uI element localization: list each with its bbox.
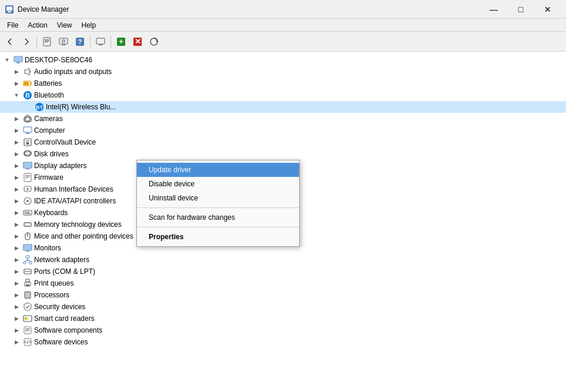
- tree-cameras[interactable]: ▶ Cameras: [0, 113, 566, 125]
- svg-line-80: [28, 260, 31, 262]
- svg-rect-48: [25, 176, 30, 177]
- svg-point-83: [27, 271, 28, 272]
- maximize-button[interactable]: □: [507, 0, 534, 19]
- svg-point-71: [27, 234, 28, 236]
- context-separator-1: [137, 207, 299, 208]
- tree-audio[interactable]: ▶ Audio inputs and outputs: [0, 66, 566, 78]
- print-expand-icon[interactable]: ▶: [12, 279, 21, 288]
- cameras-expand-icon[interactable]: ▶: [12, 114, 21, 123]
- hid-expand-icon[interactable]: ▶: [12, 185, 21, 194]
- network-expand-icon[interactable]: ▶: [12, 255, 21, 264]
- monitors-label: Monitors: [34, 244, 61, 252]
- svg-rect-75: [26, 256, 29, 258]
- intel-bt-label: Intel(R) Wireless Blu...: [46, 103, 116, 111]
- toolbar-add-device-button[interactable]: +: [113, 34, 129, 49]
- svg-point-82: [25, 271, 26, 272]
- svg-rect-52: [26, 190, 29, 190]
- memory-icon: [23, 220, 32, 229]
- batteries-expand-icon[interactable]: ▶: [12, 79, 21, 88]
- menu-help[interactable]: Help: [77, 20, 101, 31]
- tree-computer[interactable]: ▶ Computer: [0, 125, 566, 136]
- ide-icon: [23, 196, 32, 206]
- menu-file[interactable]: File: [2, 20, 23, 31]
- intel-bt-icon: BT: [35, 102, 44, 112]
- svg-rect-55: [24, 210, 32, 215]
- cameras-label: Cameras: [34, 115, 63, 123]
- tree-view[interactable]: ▼ DESKTOP-SE8OC46 ▶ Audio inputs and out…: [0, 52, 566, 392]
- keyboards-expand-icon[interactable]: ▶: [12, 208, 21, 217]
- tree-softcomp[interactable]: ▶ Software components: [0, 324, 566, 336]
- svg-rect-8: [62, 45, 65, 45]
- computer-tree-icon: [23, 126, 32, 135]
- toolbar-back-button[interactable]: [2, 34, 18, 49]
- battery-icon: [23, 79, 32, 88]
- controlvault-expand-icon[interactable]: ▶: [12, 138, 21, 147]
- toolbar-show-hidden-button[interactable]: [93, 34, 108, 49]
- tree-controlvault[interactable]: ▶ ControlVault Device: [0, 136, 566, 148]
- tree-network[interactable]: ▶ Network adapters: [0, 254, 566, 266]
- disk-expand-icon[interactable]: ▶: [12, 149, 21, 159]
- tree-root[interactable]: ▼ DESKTOP-SE8OC46: [0, 54, 566, 66]
- close-button[interactable]: ✕: [534, 0, 561, 19]
- tree-print[interactable]: ▶ Print queues: [0, 277, 566, 289]
- bluetooth-expand-icon[interactable]: ▼: [12, 91, 21, 100]
- toolbar-properties-button[interactable]: [39, 34, 55, 49]
- svg-text:?: ?: [78, 38, 82, 45]
- firmware-label: Firmware: [34, 173, 63, 182]
- disk-label: Disk drives: [34, 150, 69, 158]
- context-scan-hardware[interactable]: Scan for hardware changes: [137, 210, 299, 225]
- disk-icon: [23, 149, 32, 159]
- ports-expand-icon[interactable]: ▶: [12, 267, 21, 276]
- keyboard-icon: [23, 208, 32, 217]
- svg-rect-2: [8, 11, 11, 12]
- svg-rect-36: [24, 139, 31, 146]
- toolbar-separator-3: [110, 36, 111, 48]
- toolbar-scan-button[interactable]: [146, 34, 162, 49]
- tree-ports[interactable]: ▶ Ports (COM & LPT): [0, 266, 566, 277]
- svg-rect-5: [45, 41, 49, 41]
- tree-batteries[interactable]: ▶ Batteries: [0, 78, 566, 89]
- context-properties[interactable]: Properties: [137, 230, 299, 244]
- svg-point-51: [27, 188, 29, 190]
- firmware-expand-icon[interactable]: ▶: [12, 173, 21, 182]
- tree-processors[interactable]: ▶ Processors: [0, 289, 566, 301]
- tree-security[interactable]: ▶ Security devices: [0, 301, 566, 313]
- computer-expand-icon[interactable]: ▶: [12, 126, 21, 135]
- context-update-driver[interactable]: Update driver: [137, 163, 299, 177]
- softcomp-expand-icon[interactable]: ▶: [12, 326, 21, 335]
- toolbar-update-button[interactable]: [56, 34, 71, 49]
- root-computer-icon: [14, 55, 23, 65]
- minimize-button[interactable]: —: [480, 0, 507, 19]
- svg-rect-12: [96, 38, 105, 44]
- intel-bt-expand-icon: [24, 102, 33, 112]
- firmware-icon: [23, 173, 32, 182]
- context-uninstall-device[interactable]: Uninstall device: [137, 191, 299, 205]
- security-expand-icon[interactable]: ▶: [12, 302, 21, 311]
- processors-expand-icon[interactable]: ▶: [12, 290, 21, 300]
- monitors-expand-icon[interactable]: ▶: [12, 243, 21, 253]
- tree-disk[interactable]: ▶ Disk drives: [0, 148, 566, 160]
- toolbar-uninstall-button[interactable]: ✕: [130, 34, 145, 49]
- softdev-expand-icon[interactable]: ▶: [12, 337, 21, 347]
- menu-view[interactable]: View: [52, 20, 77, 31]
- tree-intel-bluetooth[interactable]: BT Intel(R) Wireless Blu... Update drive…: [0, 101, 566, 113]
- audio-icon: [23, 67, 32, 76]
- toolbar-separator-1: [36, 36, 37, 48]
- toolbar-help-button[interactable]: ?: [72, 34, 88, 49]
- tree-bluetooth[interactable]: ▼ B Bluetooth: [0, 89, 566, 101]
- tree-smartcard[interactable]: ▶ Smart card readers: [0, 313, 566, 324]
- svg-rect-26: [24, 82, 29, 85]
- context-disable-device[interactable]: Disable device: [137, 177, 299, 191]
- display-expand-icon[interactable]: ▶: [12, 161, 21, 170]
- mice-expand-icon[interactable]: ▶: [12, 232, 21, 241]
- tree-softdev[interactable]: ▶ Software devices: [0, 336, 566, 348]
- audio-expand-icon[interactable]: ▶: [12, 67, 21, 76]
- memory-expand-icon[interactable]: ▶: [12, 220, 21, 229]
- menu-action[interactable]: Action: [23, 20, 52, 31]
- root-label: DESKTOP-SE8OC46: [25, 56, 92, 64]
- root-expand-icon[interactable]: ▼: [2, 55, 12, 65]
- smartcard-expand-icon[interactable]: ▶: [12, 314, 21, 323]
- ide-expand-icon[interactable]: ▶: [12, 196, 21, 206]
- svg-rect-44: [26, 169, 29, 169]
- toolbar-forward-button[interactable]: [19, 34, 34, 49]
